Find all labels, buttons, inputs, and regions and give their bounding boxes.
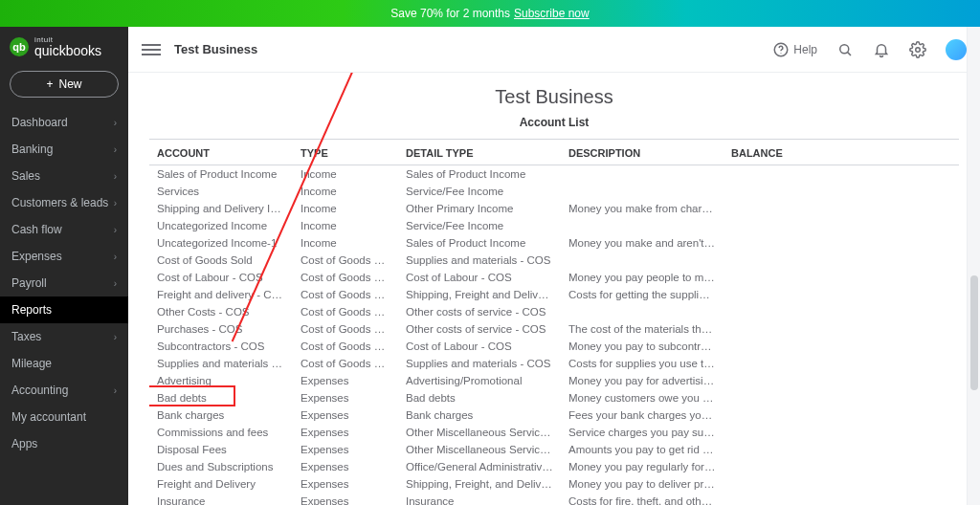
table-row[interactable]: Commissions and feesExpensesOther Miscel… bbox=[149, 424, 959, 441]
table-header: ACCOUNT TYPE DETAIL TYPE DESCRIPTION BAL… bbox=[149, 140, 959, 165]
avatar[interactable] bbox=[946, 39, 967, 60]
sidebar-item-label: Cash flow bbox=[11, 223, 62, 236]
table-row[interactable]: Dues and SubscriptionsExpensesOffice/Gen… bbox=[149, 458, 959, 475]
chevron-right-icon: › bbox=[114, 198, 117, 209]
table-row[interactable]: Shipping and Delivery IncomeIncomeOther … bbox=[149, 200, 959, 217]
table-row[interactable]: Sales of Product IncomeIncomeSales of Pr… bbox=[149, 165, 959, 183]
cell-desc: Money you pay regularly for thin... bbox=[561, 461, 724, 472]
cell-balance bbox=[724, 444, 800, 455]
chevron-right-icon: › bbox=[114, 144, 117, 155]
new-button[interactable]: + New bbox=[10, 71, 119, 98]
cell-desc bbox=[561, 306, 724, 318]
sidebar-item-label: Reports bbox=[11, 303, 52, 317]
sidebar-item-sales[interactable]: Sales› bbox=[0, 163, 128, 189]
sidebar-item-label: Accounting bbox=[11, 384, 68, 397]
cell-type: Cost of Goods Sold bbox=[293, 289, 398, 300]
cell-balance bbox=[724, 272, 800, 283]
cell-type: Income bbox=[293, 186, 398, 197]
table-row[interactable]: Other Costs - COSCost of Goods SoldOther… bbox=[149, 303, 959, 320]
table-row[interactable]: Supplies and materials - COSCost of Good… bbox=[149, 355, 959, 372]
brand-logo-icon: qb bbox=[10, 37, 29, 56]
cell-type: Expenses bbox=[293, 478, 398, 490]
cell-account: Sales of Product Income bbox=[149, 168, 293, 180]
cell-detail: Other Miscellaneous Service Cost bbox=[398, 427, 561, 438]
hamburger-icon[interactable] bbox=[142, 44, 161, 55]
cell-detail: Advertising/Promotional bbox=[398, 375, 561, 386]
cell-account: Dues and Subscriptions bbox=[149, 461, 293, 472]
table-row[interactable]: Uncategorized Income-1IncomeSales of Pro… bbox=[149, 234, 959, 252]
cell-desc: Money you make from charging ... bbox=[561, 203, 724, 214]
sidebar-item-payroll[interactable]: Payroll› bbox=[0, 270, 128, 296]
table-row[interactable]: Bank chargesExpensesBank chargesFees you… bbox=[149, 406, 959, 424]
cell-type: Income bbox=[293, 168, 398, 180]
table-row[interactable]: Purchases - COSCost of Goods SoldOther c… bbox=[149, 320, 959, 338]
gear-icon[interactable] bbox=[909, 41, 926, 58]
table-row[interactable]: Bad debtsExpensesBad debtsMoney customer… bbox=[149, 389, 959, 406]
table-row[interactable]: Cost of Labour - COSCost of Goods SoldCo… bbox=[149, 269, 959, 286]
cell-desc: Money you pay people to make t... bbox=[561, 272, 724, 283]
sidebar-item-my-accountant[interactable]: My accountant bbox=[0, 404, 128, 430]
table-row[interactable]: AdvertisingExpensesAdvertising/Promotion… bbox=[149, 372, 959, 389]
sidebar-item-cash-flow[interactable]: Cash flow› bbox=[0, 216, 128, 243]
table-row[interactable]: ServicesIncomeService/Fee Income bbox=[149, 183, 959, 200]
cell-type: Cost of Goods Sold bbox=[293, 340, 398, 352]
page-scrollbar-thumb[interactable] bbox=[970, 275, 978, 390]
help-icon bbox=[772, 41, 790, 58]
page-scrollbar[interactable] bbox=[967, 27, 980, 505]
sidebar-item-mileage[interactable]: Mileage bbox=[0, 350, 128, 377]
cell-type: Expenses bbox=[293, 495, 398, 505]
sidebar-item-customers-leads[interactable]: Customers & leads› bbox=[0, 189, 128, 216]
cell-detail: Office/General Administrative Ex... bbox=[398, 461, 561, 472]
cell-type: Cost of Goods Sold bbox=[293, 306, 398, 318]
search-icon[interactable] bbox=[836, 41, 854, 58]
cell-balance bbox=[724, 409, 800, 421]
sidebar-item-label: My accountant bbox=[11, 410, 86, 424]
cell-detail: Shipping, Freight, and Delivery bbox=[398, 478, 561, 490]
cell-account: Advertising bbox=[149, 375, 293, 386]
sidebar-item-reports[interactable]: Reports bbox=[0, 296, 128, 323]
cell-detail: Cost of Labour - COS bbox=[398, 272, 561, 283]
table-row[interactable]: Disposal FeesExpensesOther Miscellaneous… bbox=[149, 441, 959, 458]
cell-desc: Costs for supplies you use to ma... bbox=[561, 358, 724, 369]
table-row[interactable]: Subcontractors - COSCost of Goods SoldCo… bbox=[149, 338, 959, 355]
cell-type: Expenses bbox=[293, 409, 398, 421]
table-row[interactable]: InsuranceExpensesInsuranceCosts for fire… bbox=[149, 493, 959, 505]
cell-account: Disposal Fees bbox=[149, 444, 293, 455]
sidebar-item-label: Expenses bbox=[11, 250, 62, 263]
brand-name: quickbooks bbox=[34, 44, 101, 57]
promo-subscribe-link[interactable]: Subscribe now bbox=[514, 7, 590, 20]
table-row[interactable]: Cost of Goods SoldCost of Goods SoldSupp… bbox=[149, 252, 959, 269]
svg-line-3 bbox=[848, 52, 851, 55]
cell-desc: Amounts you pay to get rid of ite... bbox=[561, 444, 724, 455]
cell-balance bbox=[724, 254, 800, 266]
sidebar-item-accounting[interactable]: Accounting› bbox=[0, 377, 128, 404]
cell-balance bbox=[724, 323, 800, 335]
sidebar-item-apps[interactable]: Apps bbox=[0, 430, 128, 457]
col-balance: BALANCE bbox=[724, 147, 800, 159]
cell-detail: Sales of Product Income bbox=[398, 168, 561, 180]
cell-detail: Other costs of service - COS bbox=[398, 306, 561, 318]
cell-detail: Supplies and materials - COS bbox=[398, 254, 561, 266]
cell-balance bbox=[724, 461, 800, 472]
sidebar-item-banking[interactable]: Banking› bbox=[0, 136, 128, 163]
sidebar-item-label: Apps bbox=[11, 437, 37, 450]
table-row[interactable]: Freight and delivery - COSCost of Goods … bbox=[149, 286, 959, 303]
cell-balance bbox=[724, 495, 800, 505]
cell-balance bbox=[724, 375, 800, 386]
sidebar-item-taxes[interactable]: Taxes› bbox=[0, 323, 128, 350]
help-button[interactable]: Help bbox=[772, 41, 817, 58]
cell-detail: Other Miscellaneous Service Cost bbox=[398, 444, 561, 455]
cell-account: Bank charges bbox=[149, 409, 293, 421]
plus-icon: + bbox=[46, 77, 53, 91]
sidebar-item-dashboard[interactable]: Dashboard› bbox=[0, 109, 128, 136]
sidebar-item-expenses[interactable]: Expenses› bbox=[0, 243, 128, 270]
cell-detail: Shipping, Freight and Delivery - ... bbox=[398, 289, 561, 300]
chevron-right-icon: › bbox=[114, 278, 117, 289]
bell-icon[interactable] bbox=[873, 41, 890, 58]
table-scroll[interactable]: ACCOUNT TYPE DETAIL TYPE DESCRIPTION BAL… bbox=[149, 139, 959, 505]
cell-desc: The cost of the materials that go ... bbox=[561, 323, 724, 335]
table-row[interactable]: Freight and DeliveryExpensesShipping, Fr… bbox=[149, 475, 959, 493]
table-row[interactable]: Uncategorized IncomeIncomeService/Fee In… bbox=[149, 217, 959, 234]
cell-desc: Costs for fire, theft, and other ins... bbox=[561, 495, 724, 505]
chevron-right-icon: › bbox=[114, 171, 117, 182]
